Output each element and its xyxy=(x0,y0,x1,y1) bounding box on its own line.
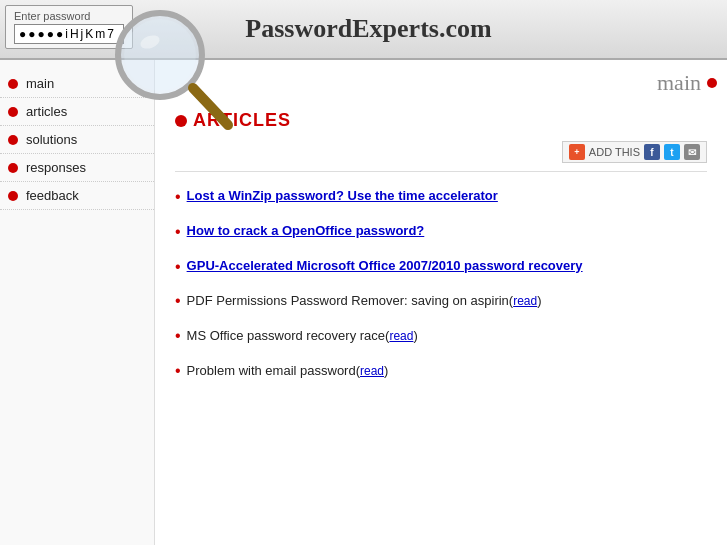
sidebar: main articles solutions responses feedba… xyxy=(0,60,155,545)
article-bullet: • xyxy=(175,291,181,312)
article-link-1[interactable]: Lost a WinZip password? Use the time acc… xyxy=(187,187,498,205)
main-content: main ARTICLES + ADD THIS f t ✉ • Lost a … xyxy=(155,60,727,545)
main-label-dot xyxy=(707,78,717,88)
main-section-label: main xyxy=(657,70,717,96)
addthis-icon: + xyxy=(569,144,585,160)
password-label: Enter password xyxy=(14,10,90,22)
sidebar-label-main: main xyxy=(26,76,54,91)
article-bullet: • xyxy=(175,187,181,208)
addthis-label: ADD THIS xyxy=(589,146,640,158)
main-label-text: main xyxy=(657,70,701,96)
nav-bullet xyxy=(8,135,18,145)
nav-bullet xyxy=(8,163,18,173)
sidebar-item-responses[interactable]: responses xyxy=(0,154,154,182)
article-read-link-5[interactable]: read xyxy=(389,329,413,343)
sidebar-item-articles[interactable]: articles xyxy=(0,98,154,126)
article-link-2[interactable]: How to crack a OpenOffice password? xyxy=(187,222,425,240)
addthis-widget[interactable]: + ADD THIS f t ✉ xyxy=(562,141,707,163)
articles-title: ARTICLES xyxy=(193,110,291,131)
sidebar-item-solutions[interactable]: solutions xyxy=(0,126,154,154)
article-link-3[interactable]: GPU-Accelerated Microsoft Office 2007/20… xyxy=(187,257,583,275)
twitter-icon[interactable]: t xyxy=(664,144,680,160)
nav-bullet xyxy=(8,79,18,89)
article-text-5: MS Office password recovery race(read) xyxy=(187,326,418,346)
email-icon[interactable]: ✉ xyxy=(684,144,700,160)
sidebar-label-solutions: solutions xyxy=(26,132,77,147)
articles-heading: ARTICLES xyxy=(175,110,707,131)
list-item: • MS Office password recovery race(read) xyxy=(175,326,707,347)
articles-list: • Lost a WinZip password? Use the time a… xyxy=(175,187,707,382)
article-read-link-6[interactable]: read xyxy=(360,364,384,378)
layout: main articles solutions responses feedba… xyxy=(0,60,727,545)
article-bullet: • xyxy=(175,222,181,243)
sidebar-item-feedback[interactable]: feedback xyxy=(0,182,154,210)
article-text-6: Problem with email password(read) xyxy=(187,361,389,381)
list-item: • Lost a WinZip password? Use the time a… xyxy=(175,187,707,208)
list-item: • Problem with email password(read) xyxy=(175,361,707,382)
password-box: Enter password xyxy=(5,5,133,49)
article-bullet: • xyxy=(175,361,181,382)
nav-bullet xyxy=(8,107,18,117)
addthis-bar: + ADD THIS f t ✉ xyxy=(175,141,707,172)
article-bullet: • xyxy=(175,257,181,278)
sidebar-label-articles: articles xyxy=(26,104,67,119)
sidebar-label-feedback: feedback xyxy=(26,188,79,203)
article-text-4: PDF Permissions Password Remover: saving… xyxy=(187,291,542,311)
password-input[interactable] xyxy=(14,24,124,44)
articles-heading-dot xyxy=(175,115,187,127)
sidebar-label-responses: responses xyxy=(26,160,86,175)
list-item: • PDF Permissions Password Remover: savi… xyxy=(175,291,707,312)
article-read-link-4[interactable]: read xyxy=(513,294,537,308)
facebook-icon[interactable]: f xyxy=(644,144,660,160)
article-bullet: • xyxy=(175,326,181,347)
list-item: • How to crack a OpenOffice password? xyxy=(175,222,707,243)
nav-bullet xyxy=(8,191,18,201)
list-item: • GPU-Accelerated Microsoft Office 2007/… xyxy=(175,257,707,278)
sidebar-item-main[interactable]: main xyxy=(0,70,154,98)
